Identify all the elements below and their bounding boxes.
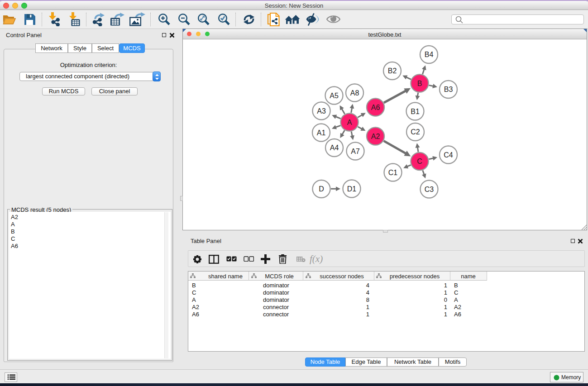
svg-text:A6: A6 <box>371 104 380 111</box>
svg-text:C: C <box>417 157 422 165</box>
svg-text:A3: A3 <box>317 107 326 115</box>
svg-text:A1: A1 <box>317 129 326 137</box>
svg-text:D: D <box>319 185 324 193</box>
svg-text:A7: A7 <box>351 148 360 155</box>
svg-text:A5: A5 <box>330 92 339 100</box>
svg-text:D1: D1 <box>347 185 357 193</box>
svg-text:B3: B3 <box>444 86 453 93</box>
svg-text:C1: C1 <box>388 169 398 176</box>
svg-text:B: B <box>417 80 422 87</box>
svg-text:B2: B2 <box>388 67 397 75</box>
svg-text:A: A <box>347 119 352 126</box>
svg-text:A4: A4 <box>330 144 339 152</box>
svg-text:B4: B4 <box>425 51 434 58</box>
svg-text:C3: C3 <box>425 186 434 193</box>
svg-text:A8: A8 <box>350 89 359 97</box>
svg-text:B1: B1 <box>411 108 420 115</box>
svg-text:A2: A2 <box>371 133 380 140</box>
svg-text:C4: C4 <box>444 151 453 159</box>
svg-text:C2: C2 <box>411 128 420 136</box>
